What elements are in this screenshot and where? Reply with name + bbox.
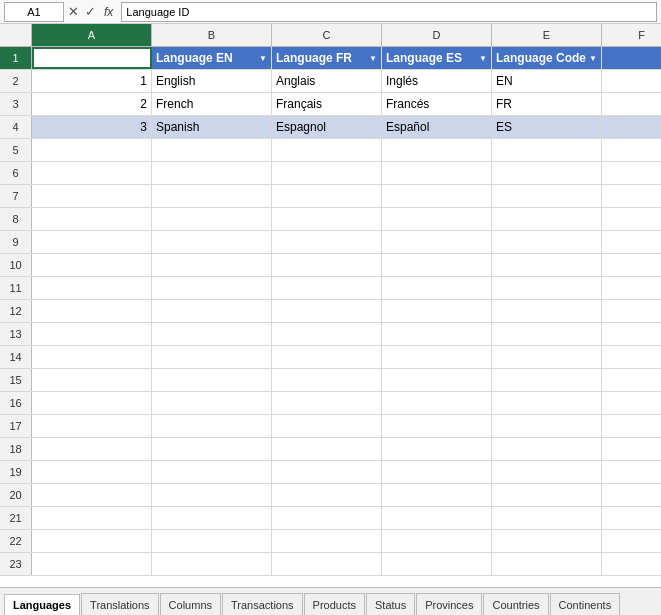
- cell-d10[interactable]: [382, 254, 492, 276]
- col-header-e[interactable]: E: [492, 24, 602, 46]
- col-header-f[interactable]: F: [602, 24, 661, 46]
- tab-products[interactable]: Products: [304, 593, 365, 615]
- row-num-7[interactable]: 7: [0, 185, 32, 207]
- cell-d6[interactable]: [382, 162, 492, 184]
- cell-d15[interactable]: [382, 369, 492, 391]
- cell-a14[interactable]: [32, 346, 152, 368]
- row-num-21[interactable]: 21: [0, 507, 32, 529]
- cell-e6[interactable]: [492, 162, 602, 184]
- cell-e15[interactable]: [492, 369, 602, 391]
- cell-c11[interactable]: [272, 277, 382, 299]
- cell-c19[interactable]: [272, 461, 382, 483]
- cell-f13[interactable]: [602, 323, 661, 345]
- row-num-16[interactable]: 16: [0, 392, 32, 414]
- cell-f22[interactable]: [602, 530, 661, 552]
- cell-e3[interactable]: FR: [492, 93, 602, 115]
- cell-a19[interactable]: [32, 461, 152, 483]
- cell-b22[interactable]: [152, 530, 272, 552]
- cell-c3[interactable]: Français: [272, 93, 382, 115]
- row-num-4[interactable]: 4: [0, 116, 32, 138]
- cell-b4[interactable]: Spanish: [152, 116, 272, 138]
- cell-b3[interactable]: French: [152, 93, 272, 115]
- cell-e16[interactable]: [492, 392, 602, 414]
- cell-f12[interactable]: [602, 300, 661, 322]
- cell-f6[interactable]: [602, 162, 661, 184]
- cell-f21[interactable]: [602, 507, 661, 529]
- cell-a7[interactable]: [32, 185, 152, 207]
- cell-c16[interactable]: [272, 392, 382, 414]
- cell-d19[interactable]: [382, 461, 492, 483]
- cell-f19[interactable]: [602, 461, 661, 483]
- row-num-3[interactable]: 3: [0, 93, 32, 115]
- cell-d22[interactable]: [382, 530, 492, 552]
- tab-status[interactable]: Status: [366, 593, 415, 615]
- cell-c15[interactable]: [272, 369, 382, 391]
- cell-c9[interactable]: [272, 231, 382, 253]
- row-num-13[interactable]: 13: [0, 323, 32, 345]
- cell-b5[interactable]: [152, 139, 272, 161]
- tab-countries[interactable]: Countries: [483, 593, 548, 615]
- cell-d9[interactable]: [382, 231, 492, 253]
- tab-transactions[interactable]: Transactions: [222, 593, 303, 615]
- tab-translations[interactable]: Translations: [81, 593, 159, 615]
- cell-e7[interactable]: [492, 185, 602, 207]
- cell-b17[interactable]: [152, 415, 272, 437]
- cell-a16[interactable]: [32, 392, 152, 414]
- cell-d14[interactable]: [382, 346, 492, 368]
- cell-b1[interactable]: Language EN ▼: [152, 47, 272, 69]
- confirm-icon[interactable]: ✓: [85, 4, 96, 19]
- cell-b9[interactable]: [152, 231, 272, 253]
- cell-e10[interactable]: [492, 254, 602, 276]
- row-num-19[interactable]: 19: [0, 461, 32, 483]
- row-num-5[interactable]: 5: [0, 139, 32, 161]
- cell-f15[interactable]: [602, 369, 661, 391]
- cell-d18[interactable]: [382, 438, 492, 460]
- cell-c10[interactable]: [272, 254, 382, 276]
- dropdown-arrow-e1[interactable]: ▼: [589, 54, 597, 63]
- cell-d2[interactable]: Inglés: [382, 70, 492, 92]
- cell-b18[interactable]: [152, 438, 272, 460]
- cell-a8[interactable]: [32, 208, 152, 230]
- row-num-10[interactable]: 10: [0, 254, 32, 276]
- col-header-a[interactable]: A: [32, 24, 152, 46]
- row-num-2[interactable]: 2: [0, 70, 32, 92]
- cell-f1[interactable]: [602, 47, 661, 69]
- dropdown-arrow-d1[interactable]: ▼: [479, 54, 487, 63]
- cell-b13[interactable]: [152, 323, 272, 345]
- row-num-18[interactable]: 18: [0, 438, 32, 460]
- cell-a15[interactable]: [32, 369, 152, 391]
- cell-d4[interactable]: Español: [382, 116, 492, 138]
- cell-b16[interactable]: [152, 392, 272, 414]
- cell-a22[interactable]: [32, 530, 152, 552]
- cell-a23[interactable]: [32, 553, 152, 575]
- cell-f11[interactable]: [602, 277, 661, 299]
- cell-a3[interactable]: 2: [32, 93, 152, 115]
- col-header-c[interactable]: C: [272, 24, 382, 46]
- cell-b23[interactable]: [152, 553, 272, 575]
- cell-e4[interactable]: ES: [492, 116, 602, 138]
- cell-a6[interactable]: [32, 162, 152, 184]
- tab-provinces[interactable]: Provinces: [416, 593, 482, 615]
- cell-d17[interactable]: [382, 415, 492, 437]
- cell-f4[interactable]: [602, 116, 661, 138]
- cell-a12[interactable]: [32, 300, 152, 322]
- cell-a17[interactable]: [32, 415, 152, 437]
- row-num-14[interactable]: 14: [0, 346, 32, 368]
- col-header-d[interactable]: D: [382, 24, 492, 46]
- cell-reference-input[interactable]: [4, 2, 64, 22]
- cell-f23[interactable]: [602, 553, 661, 575]
- cell-c14[interactable]: [272, 346, 382, 368]
- cell-c4[interactable]: Espagnol: [272, 116, 382, 138]
- cell-e18[interactable]: [492, 438, 602, 460]
- dropdown-arrow-c1[interactable]: ▼: [369, 54, 377, 63]
- cell-d12[interactable]: [382, 300, 492, 322]
- tab-languages[interactable]: Languages: [4, 594, 80, 615]
- cell-d11[interactable]: [382, 277, 492, 299]
- cell-f14[interactable]: [602, 346, 661, 368]
- cell-b11[interactable]: [152, 277, 272, 299]
- cell-e2[interactable]: EN: [492, 70, 602, 92]
- cell-c7[interactable]: [272, 185, 382, 207]
- cell-e20[interactable]: [492, 484, 602, 506]
- cell-f5[interactable]: [602, 139, 661, 161]
- cell-d16[interactable]: [382, 392, 492, 414]
